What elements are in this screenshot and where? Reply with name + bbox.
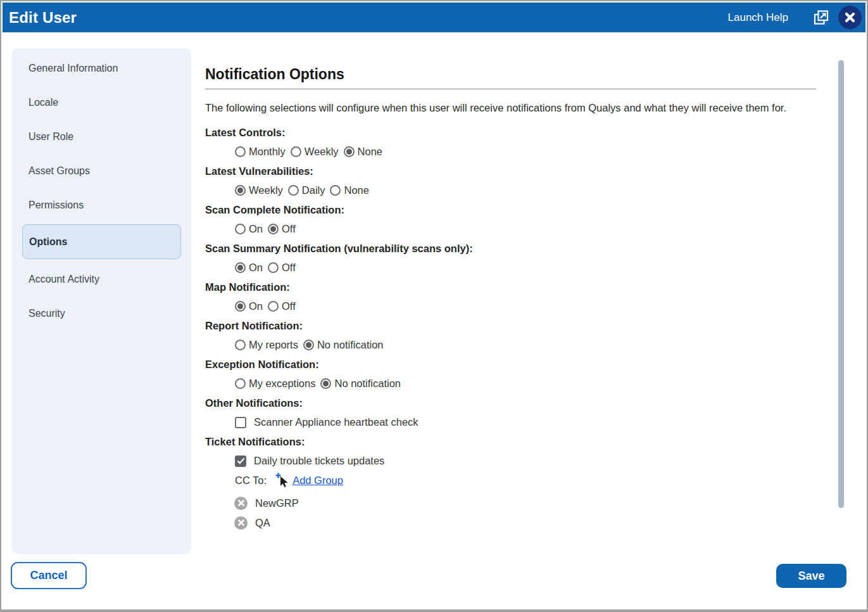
launch-help-link[interactable]: Launch Help	[728, 11, 788, 24]
radio-latest-vulnerabilities-daily[interactable]: Daily	[288, 184, 325, 196]
radio-selected-icon[interactable]	[303, 340, 314, 350]
radio-unselected-icon[interactable]	[288, 185, 299, 196]
scrollbar-thumb[interactable]	[838, 60, 844, 508]
cc-group-row: NewGRP	[205, 494, 816, 513]
radio-unselected-icon[interactable]	[235, 378, 246, 389]
radio-group-latest-vulnerabilities: Weekly Daily None	[205, 181, 816, 201]
section-label-other-notifications: Other Notifications:	[205, 393, 816, 413]
radio-label: Off	[282, 223, 296, 235]
radio-group-scan-complete: On Off	[205, 220, 816, 239]
radio-label: Weekly	[305, 146, 339, 158]
radio-selected-icon[interactable]	[235, 301, 246, 312]
checkbox-row-heartbeat: Scanner Appliance heartbeat check	[205, 413, 816, 433]
radio-selected-icon[interactable]	[235, 185, 246, 196]
radio-unselected-icon[interactable]	[235, 146, 246, 157]
radio-label: On	[249, 223, 263, 235]
section-label-scan-complete: Scan Complete Notification:	[205, 200, 816, 220]
sidebar-item-security[interactable]: Security	[22, 296, 181, 331]
radio-report-my-reports[interactable]: My reports	[235, 339, 298, 351]
radio-scan-complete-off[interactable]: Off	[268, 223, 296, 235]
radio-latest-controls-none[interactable]: None	[344, 146, 382, 158]
radio-label: None	[358, 146, 382, 158]
checkbox-checked-icon[interactable]	[235, 456, 246, 467]
radio-selected-icon[interactable]	[320, 378, 331, 389]
checkbox-label: Scanner Appliance heartbeat check	[254, 416, 418, 428]
cc-group-name: QA	[255, 517, 270, 529]
remove-icon	[238, 520, 244, 526]
radio-label: Monthly	[249, 146, 286, 158]
radio-scan-complete-on[interactable]: On	[235, 223, 263, 235]
sidebar-item-general-information[interactable]: General Information	[22, 51, 181, 86]
radio-label: My exceptions	[249, 378, 315, 390]
dialog-window: Edit User Launch Help General Informatio…	[0, 0, 868, 612]
remove-group-qa-button[interactable]	[234, 516, 248, 530]
radio-label: Weekly	[249, 184, 283, 196]
radio-unselected-icon[interactable]	[268, 262, 279, 273]
sidebar-item-user-role[interactable]: User Role	[22, 120, 181, 154]
radio-group-scan-summary: On Off	[205, 258, 816, 278]
cc-group-row: QA	[205, 513, 816, 533]
radio-selected-icon[interactable]	[344, 146, 355, 157]
radio-latest-controls-weekly[interactable]: Weekly	[291, 146, 339, 158]
sidebar-item-permissions[interactable]: Permissions	[22, 188, 181, 222]
close-button[interactable]	[838, 6, 862, 29]
checkbox-row-daily-tickets: Daily trouble tickets updates	[205, 452, 816, 471]
radio-label: On	[249, 300, 263, 312]
section-label-latest-vulnerabilities: Latest Vulnerabilities:	[205, 162, 816, 181]
radio-latest-controls-monthly[interactable]: Monthly	[235, 146, 286, 158]
radio-label: Off	[282, 300, 296, 312]
radio-label: My reports	[249, 339, 298, 351]
section-label-scan-summary: Scan Summary Notification (vulnerability…	[205, 239, 816, 258]
radio-label: Off	[282, 262, 296, 274]
sidebar-item-account-activity[interactable]: Account Activity	[22, 262, 181, 296]
radio-unselected-icon[interactable]	[268, 301, 279, 312]
radio-unselected-icon[interactable]	[330, 185, 341, 196]
cc-to-row: CC To: Add Group	[205, 471, 816, 490]
add-group-link[interactable]: Add Group	[292, 475, 343, 487]
radio-unselected-icon[interactable]	[235, 340, 246, 350]
checkbox-daily-tickets[interactable]: Daily trouble tickets updates	[235, 455, 384, 467]
radio-exception-my-exceptions[interactable]: My exceptions	[235, 378, 315, 390]
radio-group-exception-notification: My exceptions No notification	[205, 374, 816, 394]
sidebar-item-options[interactable]: Options	[22, 224, 181, 259]
save-button[interactable]: Save	[776, 564, 846, 588]
dialog-title: Edit User	[9, 9, 77, 27]
checkbox-scanner-heartbeat[interactable]: Scanner Appliance heartbeat check	[235, 416, 418, 428]
sidebar: General Information Locale User Role Ass…	[12, 48, 191, 554]
checkbox-unchecked-icon[interactable]	[235, 417, 246, 428]
sidebar-item-locale[interactable]: Locale	[22, 86, 181, 120]
popout-icon[interactable]	[812, 9, 830, 27]
radio-unselected-icon[interactable]	[235, 224, 246, 234]
section-label-map-notification: Map Notification:	[205, 277, 816, 297]
radio-report-no-notification[interactable]: No notification	[303, 339, 384, 351]
cancel-button[interactable]: Cancel	[11, 562, 87, 589]
radio-label: Daily	[302, 184, 325, 196]
sidebar-item-asset-groups[interactable]: Asset Groups	[22, 154, 181, 188]
section-label-latest-controls: Latest Controls:	[205, 123, 816, 143]
radio-map-notification-off[interactable]: Off	[268, 300, 296, 312]
radio-group-map-notification: On Off	[205, 297, 816, 317]
page-title: Notification Options	[205, 66, 816, 89]
radio-latest-vulnerabilities-weekly[interactable]: Weekly	[235, 184, 283, 196]
remove-group-newgrp-button[interactable]	[234, 497, 248, 510]
remove-icon	[238, 500, 244, 506]
radio-label: None	[344, 184, 368, 196]
radio-label: On	[249, 262, 263, 274]
title-bar: Edit User Launch Help	[3, 3, 865, 32]
radio-group-report-notification: My reports No notification	[205, 336, 816, 355]
radio-selected-icon[interactable]	[235, 262, 246, 273]
radio-selected-icon[interactable]	[268, 224, 279, 234]
radio-scan-summary-off[interactable]: Off	[268, 262, 296, 274]
radio-latest-vulnerabilities-none[interactable]: None	[330, 184, 368, 196]
notification-options-panel: Notification Options The following selec…	[205, 66, 816, 533]
cc-group-name: NewGRP	[255, 497, 299, 509]
radio-group-latest-controls: Monthly Weekly None	[205, 143, 816, 162]
title-bar-actions: Launch Help	[728, 6, 862, 29]
cc-to-label: CC To:	[235, 475, 267, 487]
checkbox-label: Daily trouble tickets updates	[254, 455, 384, 467]
section-label-exception-notification: Exception Notification:	[205, 355, 816, 374]
radio-map-notification-on[interactable]: On	[235, 300, 263, 312]
radio-exception-no-notification[interactable]: No notification	[320, 378, 401, 390]
radio-unselected-icon[interactable]	[291, 146, 301, 157]
radio-scan-summary-on[interactable]: On	[235, 262, 263, 274]
